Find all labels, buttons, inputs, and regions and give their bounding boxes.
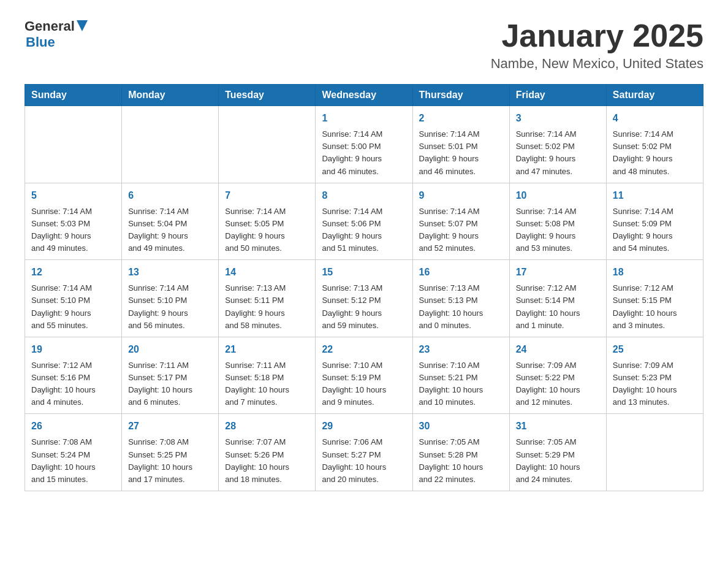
day-number: 4 xyxy=(613,111,697,126)
logo-arrow-icon xyxy=(77,20,88,31)
calendar-subtitle: Nambe, New Mexico, United States xyxy=(491,56,703,72)
day-number: 7 xyxy=(225,188,309,203)
calendar-day-cell xyxy=(606,414,703,491)
calendar-day-cell: 29Sunrise: 7:06 AM Sunset: 5:27 PM Dayli… xyxy=(316,414,412,491)
day-number: 10 xyxy=(516,188,600,203)
day-number: 30 xyxy=(419,419,503,434)
day-info: Sunrise: 7:05 AM Sunset: 5:28 PM Dayligh… xyxy=(419,437,483,483)
day-info: Sunrise: 7:13 AM Sunset: 5:13 PM Dayligh… xyxy=(419,283,483,329)
weekday-header-cell: Saturday xyxy=(606,85,703,106)
day-info: Sunrise: 7:13 AM Sunset: 5:12 PM Dayligh… xyxy=(322,283,382,329)
day-number: 13 xyxy=(128,265,212,280)
day-number: 21 xyxy=(225,342,309,357)
day-info: Sunrise: 7:14 AM Sunset: 5:00 PM Dayligh… xyxy=(322,129,382,175)
calendar-day-cell: 18Sunrise: 7:12 AM Sunset: 5:15 PM Dayli… xyxy=(606,260,703,337)
day-number: 2 xyxy=(419,111,503,126)
day-info: Sunrise: 7:13 AM Sunset: 5:11 PM Dayligh… xyxy=(225,283,286,329)
day-number: 24 xyxy=(516,342,600,357)
calendar-day-cell: 24Sunrise: 7:09 AM Sunset: 5:22 PM Dayli… xyxy=(509,337,606,414)
day-number: 12 xyxy=(31,265,115,280)
day-number: 5 xyxy=(31,188,115,203)
day-number: 26 xyxy=(31,419,115,434)
calendar-day-cell: 21Sunrise: 7:11 AM Sunset: 5:18 PM Dayli… xyxy=(219,337,316,414)
calendar-day-cell xyxy=(122,106,219,183)
weekday-header-row: SundayMondayTuesdayWednesdayThursdayFrid… xyxy=(25,85,703,106)
day-info: Sunrise: 7:06 AM Sunset: 5:27 PM Dayligh… xyxy=(322,437,386,483)
day-info: Sunrise: 7:14 AM Sunset: 5:04 PM Dayligh… xyxy=(128,207,189,253)
calendar-day-cell: 13Sunrise: 7:14 AM Sunset: 5:10 PM Dayli… xyxy=(122,260,219,337)
calendar-week-row: 26Sunrise: 7:08 AM Sunset: 5:24 PM Dayli… xyxy=(25,414,703,491)
day-number: 16 xyxy=(419,265,503,280)
day-info: Sunrise: 7:12 AM Sunset: 5:14 PM Dayligh… xyxy=(516,283,580,329)
calendar-day-cell: 14Sunrise: 7:13 AM Sunset: 5:11 PM Dayli… xyxy=(219,260,316,337)
calendar-day-cell: 7Sunrise: 7:14 AM Sunset: 5:05 PM Daylig… xyxy=(219,183,316,260)
calendar-day-cell: 31Sunrise: 7:05 AM Sunset: 5:29 PM Dayli… xyxy=(509,414,606,491)
day-number: 27 xyxy=(128,419,212,434)
day-number: 14 xyxy=(225,265,309,280)
calendar-day-cell xyxy=(25,106,122,183)
day-info: Sunrise: 7:10 AM Sunset: 5:21 PM Dayligh… xyxy=(419,361,483,407)
day-number: 18 xyxy=(613,265,697,280)
calendar-day-cell xyxy=(219,106,316,183)
day-info: Sunrise: 7:14 AM Sunset: 5:08 PM Dayligh… xyxy=(516,207,577,253)
day-number: 31 xyxy=(516,419,600,434)
logo-text-general: General xyxy=(25,18,75,34)
day-number: 17 xyxy=(516,265,600,280)
day-info: Sunrise: 7:12 AM Sunset: 5:15 PM Dayligh… xyxy=(613,283,677,329)
day-number: 22 xyxy=(322,342,406,357)
calendar-week-row: 1Sunrise: 7:14 AM Sunset: 5:00 PM Daylig… xyxy=(25,106,703,183)
calendar-week-row: 5Sunrise: 7:14 AM Sunset: 5:03 PM Daylig… xyxy=(25,183,703,260)
calendar-day-cell: 25Sunrise: 7:09 AM Sunset: 5:23 PM Dayli… xyxy=(606,337,703,414)
weekday-header-cell: Thursday xyxy=(412,85,509,106)
calendar-day-cell: 3Sunrise: 7:14 AM Sunset: 5:02 PM Daylig… xyxy=(509,106,606,183)
day-info: Sunrise: 7:09 AM Sunset: 5:23 PM Dayligh… xyxy=(613,361,677,407)
day-info: Sunrise: 7:14 AM Sunset: 5:09 PM Dayligh… xyxy=(613,207,673,253)
day-info: Sunrise: 7:14 AM Sunset: 5:10 PM Dayligh… xyxy=(31,283,92,329)
calendar-day-cell: 4Sunrise: 7:14 AM Sunset: 5:02 PM Daylig… xyxy=(606,106,703,183)
calendar-day-cell: 22Sunrise: 7:10 AM Sunset: 5:19 PM Dayli… xyxy=(316,337,412,414)
day-info: Sunrise: 7:14 AM Sunset: 5:10 PM Dayligh… xyxy=(128,283,189,329)
calendar-day-cell: 2Sunrise: 7:14 AM Sunset: 5:01 PM Daylig… xyxy=(412,106,509,183)
day-info: Sunrise: 7:09 AM Sunset: 5:22 PM Dayligh… xyxy=(516,361,580,407)
calendar-day-cell: 5Sunrise: 7:14 AM Sunset: 5:03 PM Daylig… xyxy=(25,183,122,260)
weekday-header-cell: Sunday xyxy=(25,85,122,106)
day-number: 11 xyxy=(613,188,697,203)
calendar-day-cell: 12Sunrise: 7:14 AM Sunset: 5:10 PM Dayli… xyxy=(25,260,122,337)
calendar-day-cell: 26Sunrise: 7:08 AM Sunset: 5:24 PM Dayli… xyxy=(25,414,122,491)
day-number: 25 xyxy=(613,342,697,357)
day-number: 23 xyxy=(419,342,503,357)
calendar-day-cell: 11Sunrise: 7:14 AM Sunset: 5:09 PM Dayli… xyxy=(606,183,703,260)
day-number: 1 xyxy=(322,111,406,126)
day-info: Sunrise: 7:14 AM Sunset: 5:07 PM Dayligh… xyxy=(419,207,480,253)
calendar-day-cell: 9Sunrise: 7:14 AM Sunset: 5:07 PM Daylig… xyxy=(412,183,509,260)
calendar-week-row: 12Sunrise: 7:14 AM Sunset: 5:10 PM Dayli… xyxy=(25,260,703,337)
weekday-header-cell: Wednesday xyxy=(316,85,412,106)
calendar-day-cell: 19Sunrise: 7:12 AM Sunset: 5:16 PM Dayli… xyxy=(25,337,122,414)
calendar-day-cell: 16Sunrise: 7:13 AM Sunset: 5:13 PM Dayli… xyxy=(412,260,509,337)
weekday-header-cell: Tuesday xyxy=(219,85,316,106)
calendar-day-cell: 30Sunrise: 7:05 AM Sunset: 5:28 PM Dayli… xyxy=(412,414,509,491)
calendar-day-cell: 8Sunrise: 7:14 AM Sunset: 5:06 PM Daylig… xyxy=(316,183,412,260)
calendar-day-cell: 15Sunrise: 7:13 AM Sunset: 5:12 PM Dayli… xyxy=(316,260,412,337)
day-info: Sunrise: 7:12 AM Sunset: 5:16 PM Dayligh… xyxy=(31,361,96,407)
day-number: 29 xyxy=(322,419,406,434)
day-number: 9 xyxy=(419,188,503,203)
day-info: Sunrise: 7:14 AM Sunset: 5:02 PM Dayligh… xyxy=(613,129,673,175)
day-number: 20 xyxy=(128,342,212,357)
weekday-header-cell: Friday xyxy=(509,85,606,106)
calendar-day-cell: 20Sunrise: 7:11 AM Sunset: 5:17 PM Dayli… xyxy=(122,337,219,414)
day-info: Sunrise: 7:14 AM Sunset: 5:02 PM Dayligh… xyxy=(516,129,577,175)
day-number: 15 xyxy=(322,265,406,280)
day-info: Sunrise: 7:14 AM Sunset: 5:01 PM Dayligh… xyxy=(419,129,480,175)
day-number: 8 xyxy=(322,188,406,203)
page-header: General Blue January 2025 Nambe, New Mex… xyxy=(25,18,703,72)
day-info: Sunrise: 7:05 AM Sunset: 5:29 PM Dayligh… xyxy=(516,437,580,483)
day-info: Sunrise: 7:14 AM Sunset: 5:06 PM Dayligh… xyxy=(322,207,382,253)
day-info: Sunrise: 7:08 AM Sunset: 5:25 PM Dayligh… xyxy=(128,437,192,483)
calendar-day-cell: 1Sunrise: 7:14 AM Sunset: 5:00 PM Daylig… xyxy=(316,106,412,183)
title-block: January 2025 Nambe, New Mexico, United S… xyxy=(491,18,703,72)
calendar-day-cell: 23Sunrise: 7:10 AM Sunset: 5:21 PM Dayli… xyxy=(412,337,509,414)
day-number: 3 xyxy=(516,111,600,126)
calendar-day-cell: 10Sunrise: 7:14 AM Sunset: 5:08 PM Dayli… xyxy=(509,183,606,260)
day-info: Sunrise: 7:11 AM Sunset: 5:18 PM Dayligh… xyxy=(225,361,289,407)
